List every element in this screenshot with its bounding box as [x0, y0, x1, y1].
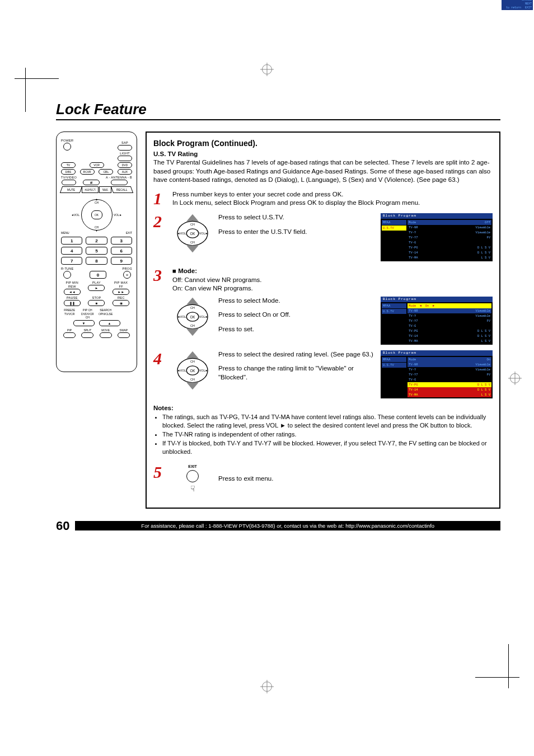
- osd-screenshot-3: SELECTOK CHANGE NEXT to return EXIT Bloc…: [381, 350, 493, 398]
- note-item: The ratings, such as TV-PG, TV-14 and TV…: [162, 413, 493, 430]
- osd-screenshot-2: SELECTOK CHANGE NEXT to return EXIT Bloc…: [381, 297, 493, 345]
- step-4-instr-1: Press to select the desired rating level…: [218, 350, 375, 359]
- svg-text:OK: OK: [190, 368, 195, 372]
- nav-pad-icon: OK CH CH ◄VOL VOL►: [172, 213, 213, 256]
- svg-marker-8: [186, 246, 199, 253]
- step-1-line-1: Press number keys to enter your secret c…: [172, 190, 493, 199]
- intro-paragraph: The TV Parental Guidelines has 7 levels …: [153, 158, 493, 185]
- sub-heading: U.S. TV Rating: [153, 150, 493, 159]
- step-1-line-2: In Lock menu, select Block Program and p…: [172, 199, 493, 208]
- section-heading: Block Program (Continued).: [153, 138, 493, 149]
- step-1: 1 Press number keys to enter your secret…: [153, 190, 493, 208]
- svg-text:CH: CH: [190, 378, 195, 381]
- osd-screenshot-1: SELECTOK NEXT to return EXIT Block Progr…: [381, 213, 493, 261]
- step-number: 1: [153, 190, 168, 207]
- step-5: 5 EXIT ☟ Press to exit menu.: [153, 464, 493, 494]
- svg-text:◄VOL: ◄VOL: [177, 314, 186, 318]
- mode-on: On: Can view NR programs.: [172, 284, 493, 293]
- page-number: 60: [56, 519, 69, 533]
- mode-off: Off: Cannot view NR programs.: [172, 276, 493, 285]
- step-5-instr: Press to exit menu.: [218, 475, 493, 483]
- exit-button-icon: EXIT ☟: [172, 464, 213, 494]
- step-3-instr-2: Press to select On or Off.: [218, 311, 375, 320]
- step-2: 2 OK CH CH ◄VOL VOL►: [153, 213, 493, 261]
- mode-heading: ■ Mode:: [172, 267, 493, 276]
- svg-marker-17: [186, 328, 199, 336]
- svg-text:OK: OK: [190, 232, 195, 236]
- notes-list: The ratings, such as TV-PG, TV-14 and TV…: [153, 413, 493, 456]
- step-3-instr-3: Press to set.: [218, 325, 375, 334]
- svg-marker-9: [186, 297, 199, 304]
- svg-text:VOL►: VOL►: [199, 369, 208, 372]
- notes-heading: Notes:: [153, 404, 493, 413]
- remote-illustration: POWER SAP LIGHT TV VCR DVD DBS RCVR CBL …: [56, 132, 137, 372]
- step-3-instr-1: Press to select Mode.: [218, 297, 375, 306]
- svg-marker-18: [186, 351, 199, 359]
- svg-text:CH: CH: [190, 324, 195, 327]
- step-4: 4 OK CH CH ◄VOL VOL►: [153, 350, 493, 398]
- page-title: Lock Feature: [56, 101, 500, 118]
- svg-text:OK: OK: [190, 314, 195, 318]
- step-number: 4: [153, 350, 168, 367]
- svg-text:CH: CH: [190, 241, 195, 244]
- svg-text:CH: CH: [190, 223, 195, 226]
- step-number: 3: [153, 267, 168, 284]
- nav-pad-icon: OK CH CH ◄VOL VOL►: [172, 297, 213, 340]
- svg-text:CH: CH: [190, 359, 195, 363]
- nav-pad-icon: OK CH CH ◄VOL VOL►: [172, 350, 213, 393]
- svg-text:CH: CH: [190, 306, 195, 309]
- svg-text:VOL►: VOL►: [199, 314, 208, 318]
- step-2-instr-1: Press to select U.S.TV.: [218, 213, 375, 222]
- svg-marker-26: [186, 382, 199, 389]
- svg-text:◄VOL: ◄VOL: [177, 232, 186, 235]
- step-2-instr-2: Press to enter the U.S.TV field.: [218, 228, 375, 237]
- step-number: 2: [153, 213, 168, 230]
- step-4-instr-2: Press to change the rating limit to "Vie…: [218, 364, 375, 382]
- svg-text:VOL►: VOL►: [199, 232, 208, 235]
- title-rule: [56, 119, 500, 120]
- content-panel: Block Program (Continued). U.S. TV Ratin…: [146, 132, 500, 509]
- note-item: The TV-NR rating is independent of other…: [162, 430, 493, 439]
- footer-bar: For assistance, please call : 1-888-VIEW…: [75, 521, 500, 530]
- svg-text:◄VOL: ◄VOL: [177, 369, 186, 372]
- svg-marker-0: [186, 214, 199, 222]
- note-item: If TV-Y is blocked, both TV-Y and TV-Y7 …: [162, 439, 493, 456]
- step-number: 5: [153, 464, 168, 481]
- step-3: 3 ■ Mode: Off: Cannot view NR programs. …: [153, 267, 493, 345]
